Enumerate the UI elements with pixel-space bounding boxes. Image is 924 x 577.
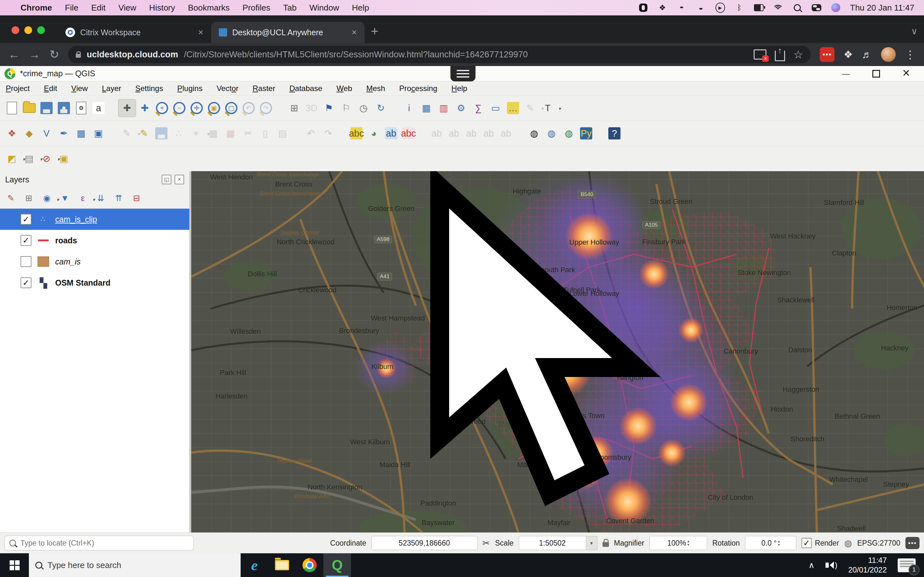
toolbar-icon[interactable]: ◕	[365, 125, 383, 142]
toolbar-icon[interactable]: …	[504, 99, 522, 117]
toolbar-icon[interactable]: ↶	[302, 125, 320, 142]
toolbar-icon[interactable]: ↻	[372, 99, 389, 117]
toolbar-icon[interactable]: ⊞	[286, 99, 303, 117]
close-button[interactable]	[903, 68, 910, 79]
taskbar-clock[interactable]: 11:47 20/01/2022	[848, 556, 887, 575]
extensions-puzzle-icon[interactable]	[843, 48, 853, 61]
layers-tool-icon[interactable]: ✎	[3, 190, 19, 206]
toolbar-icon[interactable]: ✎	[136, 125, 153, 142]
toolbar-icon[interactable]: ∑	[470, 99, 487, 117]
restore-button[interactable]	[872, 70, 880, 77]
toolbar-icon[interactable]: V	[38, 125, 55, 142]
toolbar-icon[interactable]: 3D	[303, 99, 320, 117]
map-canvas[interactable]: West HendonBrent Cross InterchangeBrent …	[191, 171, 924, 532]
toolbar-icon[interactable]: ⚙	[73, 99, 90, 117]
notification-bell-icon[interactable]: ◒	[696, 3, 706, 13]
toolbar-icon[interactable]: ▭	[487, 99, 504, 117]
toolbar-icon[interactable]: ab	[497, 125, 515, 142]
toolbar-icon[interactable]: T	[539, 99, 556, 117]
toolbar-icon[interactable]: a	[90, 99, 107, 117]
toolbar-icon[interactable]: ▯	[257, 125, 274, 142]
menubar-clock[interactable]: Thu 20 Jan 11:47	[850, 3, 914, 13]
toolbar-icon[interactable]	[38, 99, 55, 117]
battery-icon[interactable]	[754, 3, 764, 13]
locator-search[interactable]	[5, 536, 194, 550]
toolbar-icon[interactable]: +	[153, 99, 171, 117]
tab-close-icon[interactable]	[198, 27, 204, 37]
toolbar-icon[interactable]: ❖	[3, 125, 21, 142]
media-controls-icon[interactable]	[862, 49, 872, 61]
siri-icon[interactable]	[831, 3, 841, 13]
spotlight-icon[interactable]	[792, 3, 802, 13]
toolbar-icon[interactable]: ⚐	[338, 99, 355, 117]
macos-menu-item[interactable]: Profiles	[242, 3, 270, 13]
taskbar-file-explorer-icon[interactable]	[268, 553, 296, 577]
layer-visibility-checkbox[interactable]	[21, 214, 31, 225]
toolbar-icon[interactable]: abc	[400, 125, 417, 142]
toolbar-icon[interactable]: −	[171, 99, 188, 117]
render-toggle[interactable]: Render	[801, 538, 839, 548]
lastpass-extension-icon[interactable]	[820, 47, 835, 62]
reload-button[interactable]	[49, 48, 59, 61]
macos-menu-item[interactable]: View	[118, 3, 136, 13]
layer-row[interactable]: cam_is	[0, 251, 189, 272]
signal-icon[interactable]: ◓	[677, 3, 687, 13]
camera-blocked-icon[interactable]	[754, 49, 766, 60]
toolbar-icon[interactable]: ✎	[118, 125, 136, 142]
bluetooth-icon[interactable]: ᛒ	[735, 3, 744, 13]
toolbar-icon[interactable]: ◍	[525, 125, 543, 142]
toolbar-icon[interactable]: ab	[383, 125, 400, 142]
layer-visibility-checkbox[interactable]	[21, 256, 31, 267]
toolbar-icon[interactable]	[21, 99, 38, 117]
macos-menu-item[interactable]: Bookmarks	[188, 3, 230, 13]
rotation-spinbox[interactable]: 0.0 °▴▾	[745, 536, 796, 550]
tab-close-icon[interactable]	[352, 27, 357, 37]
forward-button[interactable]	[29, 48, 40, 61]
toolbar-icon[interactable]: ▤	[274, 125, 291, 142]
tab-search-icon[interactable]	[911, 26, 918, 37]
layers-tool-icon[interactable]: ⊟	[129, 190, 144, 206]
omnibox[interactable]: ucldesktop.cloud.com /Citrix/StoreWeb/cl…	[68, 46, 811, 63]
toolbar-icon[interactable]: ↷	[257, 99, 275, 117]
toolbar-icon[interactable]: ▣	[55, 150, 73, 167]
macos-menu-item[interactable]: File	[65, 3, 78, 13]
toolbar-icon[interactable]: ▣	[205, 99, 223, 117]
minimize-button[interactable]	[842, 69, 850, 78]
layers-tool-icon[interactable]: ε	[75, 190, 90, 206]
qgis-menu-item[interactable]: Database	[289, 84, 322, 93]
share-icon[interactable]	[775, 51, 785, 61]
bookmark-star-icon[interactable]	[793, 48, 803, 61]
toolbar-icon[interactable]: ✚	[118, 99, 136, 117]
toolbar-icon[interactable]: ▦	[205, 125, 222, 142]
chrome-menu-icon[interactable]	[905, 48, 916, 61]
layer-row[interactable]: roads	[0, 230, 189, 251]
qgis-menu-item[interactable]: View	[71, 84, 88, 93]
scale-dropdown-icon[interactable]	[586, 536, 598, 550]
layers-tool-icon[interactable]: ⇈	[111, 190, 126, 206]
toolbar-icon[interactable]	[153, 125, 170, 142]
taskbar-chrome-icon[interactable]	[296, 553, 323, 577]
toolbar-icon[interactable]: ◩	[3, 150, 21, 167]
macos-menu-item[interactable]: Edit	[91, 3, 105, 13]
start-button[interactable]	[0, 553, 29, 577]
toolbar-icon[interactable]: ↶	[240, 99, 257, 117]
toolbar-icon[interactable]: ab	[463, 125, 480, 142]
toolbar-icon[interactable]: ✛	[188, 99, 205, 117]
toolbar-icon[interactable]: ⌖	[187, 125, 205, 142]
taskbar-ie-icon[interactable]: e	[241, 553, 268, 577]
coordinate-field[interactable]: 523509,186660	[372, 536, 477, 550]
tab-desktop-ucl-anywhere[interactable]: Desktop@UCL Anywhere	[211, 22, 365, 43]
layer-visibility-checkbox[interactable]	[21, 235, 31, 246]
toolbar-icon[interactable]: ◆	[21, 125, 38, 142]
profile-avatar[interactable]	[881, 47, 896, 62]
toolbar-icon[interactable]: ✎	[522, 99, 539, 117]
toolbar-icon[interactable]: ab	[480, 125, 497, 142]
layer-row[interactable]: cam_is_clip	[0, 209, 189, 230]
toolbar-icon[interactable]: ▢	[223, 99, 240, 117]
crs-globe-icon[interactable]	[844, 538, 852, 548]
toolbar-icon[interactable]: ✚	[136, 99, 153, 117]
toolbar-icon[interactable]: ⊘	[38, 150, 55, 167]
qgis-menu-item[interactable]: Project	[6, 84, 30, 93]
layer-visibility-checkbox[interactable]	[21, 277, 31, 288]
back-button[interactable]	[8, 48, 20, 61]
